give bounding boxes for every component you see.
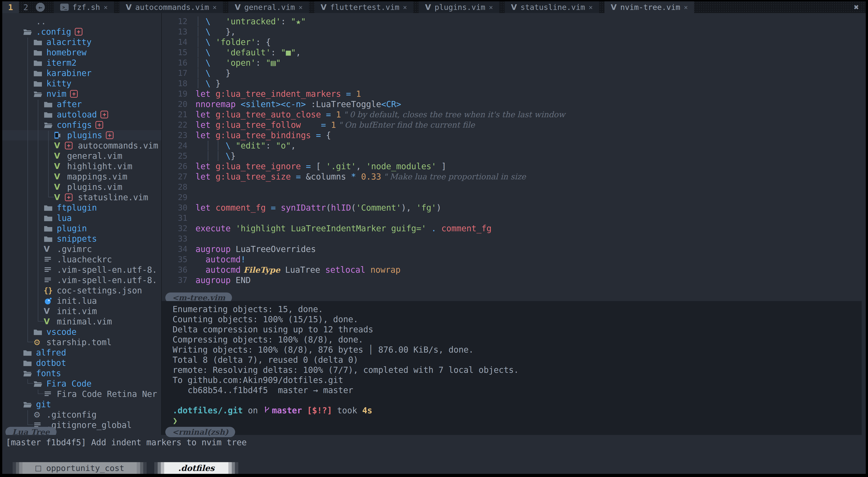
vim-file-icon: V — [44, 245, 55, 253]
editor-pane[interactable]: 12│ \ 'untracked': "★"13│ \ },14│ \ 'fol… — [162, 13, 866, 301]
tree-item-git[interactable]: git — [2, 399, 161, 409]
tree-indent-guide — [48, 131, 49, 197]
tree-item-label: minimal.vim — [57, 317, 112, 327]
tree-item-statusline.vim[interactable]: V+statusline.vim — [2, 192, 161, 203]
tree-item-dotbot[interactable]: dotbot — [2, 358, 161, 368]
tree-item-.vim-spell-en.utf-8.[interactable]: .vim-spell-en.utf-8. — [2, 265, 161, 275]
file-tree-pane[interactable]: Lua Tree ...config+alacrittyhomebrewiter… — [2, 13, 161, 435]
tree-item-label: mappings.vim — [67, 172, 127, 181]
terminal-pane[interactable]: Enumerating objects: 15, done. Counting … — [162, 301, 862, 435]
tree-item-plugins.vim[interactable]: Vplugins.vim — [2, 182, 161, 192]
tree-item-label: ftplugin — [57, 203, 97, 213]
tree-item-.luacheckrc[interactable]: .luacheckrc — [2, 254, 161, 265]
folder-open-icon — [23, 28, 34, 36]
tree-indent-guide — [49, 197, 54, 197]
tab-close-icon[interactable]: × — [103, 3, 107, 11]
tree-item-plugins[interactable]: plugins+ — [2, 130, 161, 140]
tree-item-.vim-spell-en.utf-8.[interactable]: .vim-spell-en.utf-8. — [2, 275, 161, 285]
tab-fzf.sh[interactable]: >_fzf.sh× — [54, 1, 114, 13]
tab-nvim-tree.vim[interactable]: Vnvim-tree.vim× — [604, 1, 694, 13]
tab-fluttertest.vim[interactable]: Vfluttertest.vim× — [314, 1, 413, 13]
line-number: 29 — [162, 193, 195, 202]
tree-item-label: .gitconfig — [46, 410, 97, 420]
tree-item-alfred[interactable]: alfred — [2, 347, 161, 358]
code-line: 16│ \ 'open': "▤" — [162, 58, 866, 68]
tree-item-mappings.vim[interactable]: Vmappings.vim — [2, 171, 161, 182]
tree-item-alacritty[interactable]: alacritty — [2, 37, 161, 47]
tree-item-ftplugin[interactable]: ftplugin — [2, 203, 161, 213]
tree-item-starship.toml[interactable]: ⚙starship.toml — [2, 337, 161, 347]
tab-number-2[interactable]: 2 — [19, 1, 33, 13]
tree-item-lua[interactable]: lua — [2, 213, 161, 223]
lines-icon — [44, 266, 55, 274]
tree-item-coc-settings.json[interactable]: {}coc-settings.json — [2, 285, 161, 296]
line-number: 27 — [162, 172, 195, 181]
tab-autocommands.vim[interactable]: Vautocommands.vim× — [119, 1, 223, 13]
vim-icon: V — [611, 3, 617, 12]
terminal-line: Enumerating objects: 15, done. — [167, 304, 862, 314]
tab-plugins.vim[interactable]: Vplugins.vim× — [419, 1, 499, 13]
tree-item-nvim[interactable]: nvim+ — [2, 89, 161, 99]
folder-closed-icon — [33, 80, 44, 87]
code-line: 14│ \ 'folder': { — [162, 37, 866, 47]
line-number: 21 — [162, 110, 195, 119]
terminal-line: Writing objects: 100% (8/8), 876 bytes │… — [167, 345, 862, 355]
tab-close-icon[interactable]: × — [299, 3, 303, 11]
back-arrow-icon[interactable]: ← — [36, 3, 45, 12]
tree-item-.gitconfig[interactable]: ⚙.gitconfig — [2, 409, 161, 420]
tree-item-label: dotbot — [36, 358, 66, 368]
tree-item-..[interactable]: .. — [2, 16, 161, 27]
tree-item-fonts[interactable]: fonts — [2, 368, 161, 378]
tab-number-active[interactable]: 1 — [2, 1, 19, 13]
folder-closed-icon — [33, 48, 44, 56]
code-line: 30let comment_fg = synIDattr(hlID('Comme… — [162, 203, 866, 213]
tree-item-autocommands.vim[interactable]: V+autocommands.vim — [2, 140, 161, 151]
tree-item-Fira Code[interactable]: Fira Code — [2, 378, 161, 389]
code-line: 15│ \ 'default': "■", — [162, 47, 866, 58]
tab-close-icon[interactable]: × — [684, 3, 688, 11]
tree-item-kitty[interactable]: kitty — [2, 78, 161, 89]
tree-item-init.vim[interactable]: Vinit.vim — [2, 306, 161, 316]
tree-item-label: .luacheckrc — [57, 255, 112, 264]
tree-item-minimal.vim[interactable]: Vminimal.vim — [2, 316, 161, 327]
terminal-icon: >_ — [60, 4, 69, 11]
folder-closed-icon — [33, 59, 44, 67]
tree-item-highlight.vim[interactable]: Vhighlight.vim — [2, 161, 161, 171]
tab-general.vim[interactable]: Vgeneral.vim× — [228, 1, 309, 13]
tab-close-icon[interactable]: × — [213, 3, 217, 11]
tree-item-karabiner[interactable]: karabiner — [2, 68, 161, 78]
tree-item-plugin[interactable]: plugin — [2, 223, 161, 234]
tab-statusline.vim[interactable]: Vstatusline.vim× — [505, 1, 599, 13]
terminal-cursor-line: ❯ — [167, 416, 862, 426]
tree-item-configs[interactable]: configs+ — [2, 120, 161, 130]
tree-item-autoload[interactable]: autoload+ — [2, 109, 161, 120]
tree-item-label: fonts — [36, 369, 61, 378]
code-line: 19let g:lua_tree_indent_markers = 1 — [162, 89, 866, 99]
tree-indent-guide — [28, 38, 28, 342]
tree-item-init.lua[interactable]: init.lua — [2, 296, 161, 306]
tab-close-icon[interactable]: × — [589, 3, 593, 11]
line-number: 23 — [162, 131, 195, 140]
tree-item-.gvimrc[interactable]: V.gvimrc — [2, 244, 161, 254]
code-line: 18│ \ } — [162, 78, 866, 89]
tree-item-.config[interactable]: .config+ — [2, 27, 161, 37]
tree-item-snippets[interactable]: snippets — [2, 234, 161, 244]
tab-close-icon[interactable]: × — [403, 3, 407, 11]
tmux-window-opportunity_cost[interactable]: □opportunity_cost — [12, 462, 147, 474]
code-line: 29 — [162, 192, 866, 203]
tree-item-after[interactable]: after — [2, 99, 161, 109]
tree-item-general.vim[interactable]: Vgeneral.vim — [2, 151, 161, 161]
tab-close-icon[interactable]: × — [489, 3, 493, 11]
terminal-line: cb68b54..f1bd4f5 master → master — [167, 385, 862, 395]
close-all-icon[interactable]: ✖ — [847, 1, 866, 13]
json-file-icon: {} — [44, 286, 55, 295]
tree-item-Fira Code Retina Ner[interactable]: Fira Code Retina Ner — [2, 389, 161, 399]
tree-item-homebrew[interactable]: homebrew — [2, 47, 161, 58]
tree-item-vscode[interactable]: vscode — [2, 327, 161, 337]
terminal-line — [167, 395, 862, 405]
tree-item-label: statusline.vim — [78, 193, 148, 202]
tree-item-iterm2[interactable]: iterm2 — [2, 58, 161, 68]
line-number: 34 — [162, 245, 195, 253]
terminal-line: Compressing objects: 100% (8/8), done. — [167, 335, 862, 345]
tmux-window-dotfiles[interactable]: .dotfiles — [154, 462, 238, 474]
